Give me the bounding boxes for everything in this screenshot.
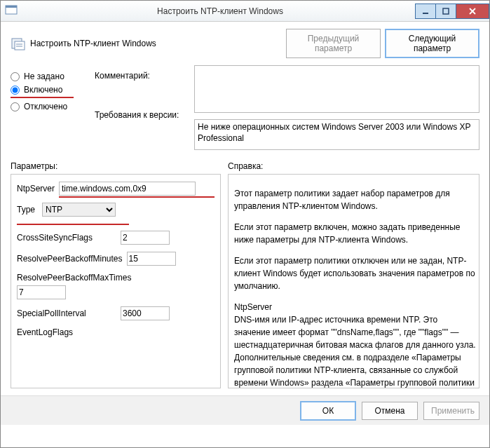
page-title: Настроить NTP-клиент Windows (30, 39, 286, 48)
type-label: Type (17, 205, 38, 215)
radio-disabled[interactable]: Отключено (11, 102, 88, 111)
parameters-pane: NtpServer Type NTP CrossSiteSyncFlags Re… (11, 174, 221, 388)
policy-icon (11, 36, 26, 51)
type-select[interactable]: NTP (42, 203, 116, 217)
svg-rect-3 (443, 8, 449, 14)
help-text: Если этот параметр включен, можно задать… (234, 221, 476, 246)
svg-rect-1 (6, 6, 17, 8)
comment-textarea[interactable] (194, 65, 479, 113)
help-text: Этот параметр политики задает набор пара… (234, 187, 476, 212)
help-label: Справка: (228, 161, 263, 171)
resolvebackoff-input[interactable] (127, 252, 176, 266)
radio-not-configured-input[interactable] (11, 72, 20, 81)
specialpoll-label: SpecialPollInterval (17, 308, 116, 318)
requirements-text: Не ниже операционных систем Windows Serv… (198, 122, 470, 143)
specialpoll-input[interactable] (121, 306, 170, 320)
crosssite-input[interactable] (121, 231, 170, 245)
resolvebackoff-label: ResolvePeerBackoffMinutes (17, 254, 123, 264)
prev-setting-button[interactable]: Предыдущий параметр (286, 29, 381, 58)
radio-not-configured[interactable]: Не задано (11, 72, 88, 81)
resolvebackoffmax-label: ResolvePeerBackoffMaxTimes (17, 273, 215, 283)
svg-rect-7 (15, 41, 25, 50)
minimize-button[interactable] (415, 4, 436, 19)
dialog-button-bar: ОК Отмена Применить (1, 395, 489, 425)
comment-label: Комментарий: (95, 71, 187, 81)
ntpserver-input[interactable] (59, 182, 196, 196)
close-button[interactable] (456, 4, 489, 19)
help-pane[interactable]: Этот параметр политики задает набор пара… (228, 174, 479, 388)
title-bar: Настроить NTP-клиент Windows (1, 1, 489, 22)
maximize-button[interactable] (435, 4, 456, 19)
apply-button[interactable]: Применить (423, 402, 479, 420)
help-text: DNS-имя или IP-адрес источника времени N… (234, 313, 476, 388)
ntpserver-label: NtpServer (17, 184, 55, 194)
ok-button[interactable]: ОК (300, 401, 356, 421)
radio-disabled-label: Отключено (24, 102, 67, 111)
requirements-box: Не ниже операционных систем Windows Serv… (194, 119, 479, 150)
help-heading: NtpServer (234, 301, 476, 313)
radio-not-configured-label: Не задано (24, 72, 64, 81)
app-icon (5, 4, 20, 19)
resolvebackoffmax-input[interactable] (17, 285, 66, 299)
cancel-button[interactable]: Отмена (362, 402, 418, 420)
parameters-label: Параметры: (11, 161, 228, 171)
help-text: Если этот параметр политики отключен или… (234, 254, 476, 292)
highlight-underline (11, 97, 74, 98)
eventlog-label: EventLogFlags (17, 327, 116, 337)
highlight-underline (17, 224, 129, 225)
radio-enabled-input[interactable] (11, 86, 20, 95)
window-title: Настроить NTP-клиент Windows (25, 6, 416, 16)
radio-disabled-input[interactable] (11, 102, 20, 111)
requirements-label: Требования к версии: (95, 110, 187, 120)
radio-enabled[interactable]: Включено (11, 85, 88, 95)
crosssite-label: CrossSiteSyncFlags (17, 233, 116, 243)
radio-enabled-label: Включено (24, 85, 62, 95)
next-setting-button[interactable]: Следующий параметр (385, 29, 479, 58)
